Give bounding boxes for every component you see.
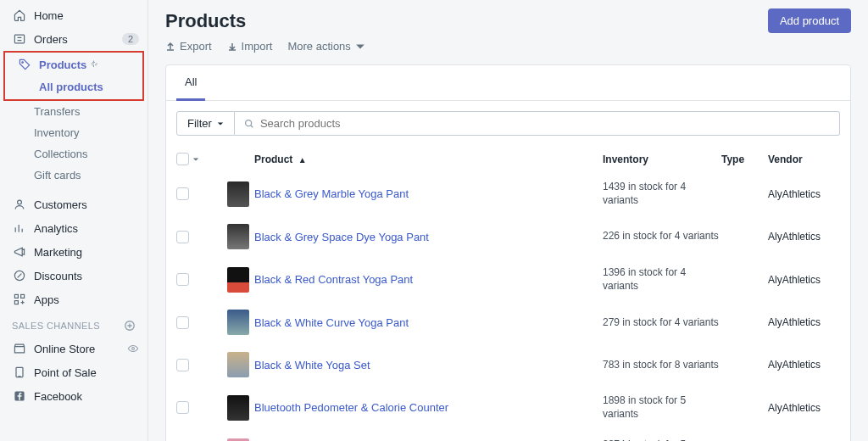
header-product-label: Product: [254, 154, 292, 165]
import-action[interactable]: Import: [227, 40, 273, 53]
chevron-down-icon: [355, 42, 365, 52]
nav-marketing-label: Marketing: [34, 246, 82, 259]
header-type[interactable]: Type: [721, 154, 768, 165]
table-row[interactable]: Black & Grey Marble Yoga Pant 1439 in st…: [166, 172, 850, 215]
nav-discounts-label: Discounts: [34, 270, 82, 282]
main-content: Products Add product Export Import More …: [148, 0, 868, 441]
store-icon: [12, 341, 27, 356]
nav-gift-cards[interactable]: Gift cards: [0, 165, 147, 186]
row-checkbox[interactable]: [176, 273, 189, 286]
tag-icon: [17, 57, 32, 72]
add-product-button[interactable]: Add product: [768, 8, 851, 33]
table-row[interactable]: Black & White Curve Yoga Pant 279 in sto…: [166, 301, 850, 343]
row-checkbox[interactable]: [176, 401, 189, 414]
products-highlight-box: Products All products: [3, 51, 144, 101]
table-row[interactable]: Bluetooth Smart Fitness Tracker Unavaila…: [166, 430, 850, 441]
table-row[interactable]: Black & White Yoga Set 783 in stock for …: [166, 343, 850, 386]
tab-all[interactable]: All: [176, 65, 205, 101]
filter-row: Filter: [166, 101, 850, 146]
nav-analytics-label: Analytics: [34, 222, 78, 235]
inventory-cell: 783 in stock for 8 variants: [603, 359, 721, 372]
nav-point-of-sale[interactable]: Point of Sale: [0, 360, 147, 384]
vendor-cell: AlyAthletics: [768, 188, 840, 200]
sort-asc-icon: ▲: [298, 155, 307, 165]
search-icon: [243, 118, 255, 130]
view-store-icon[interactable]: [127, 343, 139, 354]
more-actions[interactable]: More actions: [287, 40, 364, 53]
export-label: Export: [180, 40, 212, 53]
analytics-icon: [12, 220, 27, 236]
nav-home[interactable]: Home: [0, 3, 147, 27]
product-link[interactable]: Bluetooth Pedometer & Calorie Counter: [254, 401, 603, 414]
svg-point-2: [18, 200, 22, 204]
nav-customers-label: Customers: [34, 198, 87, 211]
import-label: Import: [242, 40, 273, 53]
inventory-cell: 2374 in stock for 5 variants: [603, 438, 721, 441]
table-row[interactable]: Bluetooth Pedometer & Calorie Counter 18…: [166, 386, 850, 429]
nav-apps[interactable]: Apps: [0, 287, 147, 311]
product-link[interactable]: Black & Red Contrast Yoga Pant: [254, 273, 603, 286]
sidebar: Home Orders 2 Products All products Tran…: [0, 0, 148, 441]
chevron-down-icon: [217, 120, 224, 127]
product-link[interactable]: Bluetooth Smart Fitness Tracker: [254, 438, 603, 441]
svg-rect-0: [14, 35, 24, 43]
nav-orders-label: Orders: [34, 33, 68, 46]
orders-icon: [12, 31, 27, 47]
table-row[interactable]: Black & Grey Space Dye Yoga Pant 226 in …: [166, 215, 850, 258]
chevron-down-icon[interactable]: [192, 156, 199, 163]
nav-facebook[interactable]: Facebook: [0, 384, 147, 408]
svg-point-8: [132, 348, 135, 350]
table-row[interactable]: Black & Red Contrast Yoga Pant 1396 in s…: [166, 258, 850, 301]
products-card: All Filter Product ▲ Inventory Typ: [165, 64, 851, 441]
row-checkbox[interactable]: [176, 359, 189, 371]
nav-products[interactable]: Products: [5, 53, 142, 76]
nav-home-label: Home: [34, 9, 64, 22]
product-link[interactable]: Black & Grey Marble Yoga Pant: [254, 187, 603, 200]
inventory-cell: 1898 in stock for 5 variants: [603, 394, 721, 421]
svg-rect-6: [14, 301, 18, 304]
header-vendor[interactable]: Vendor: [768, 154, 840, 165]
nav-inventory[interactable]: Inventory: [0, 122, 147, 143]
product-thumbnail: [227, 395, 249, 421]
nav-discounts[interactable]: Discounts: [0, 264, 147, 287]
cursor-icon: [90, 59, 100, 70]
svg-rect-5: [21, 294, 25, 298]
search-input[interactable]: [255, 112, 831, 135]
import-icon: [227, 42, 237, 52]
select-all-checkbox[interactable]: [176, 153, 189, 165]
nav-collections[interactable]: Collections: [0, 143, 147, 165]
product-thumbnail: [227, 267, 249, 293]
nav-facebook-label: Facebook: [34, 390, 82, 403]
filter-button[interactable]: Filter: [176, 111, 235, 136]
facebook-icon: [12, 388, 27, 404]
header-inventory[interactable]: Inventory: [603, 154, 721, 165]
vendor-cell: AlyAthletics: [768, 316, 840, 328]
add-channel-icon[interactable]: [124, 320, 136, 332]
product-thumbnail: [227, 352, 249, 377]
pos-icon: [12, 365, 27, 380]
svg-rect-4: [14, 294, 18, 298]
tabs: All: [166, 65, 850, 101]
product-link[interactable]: Black & White Curve Yoga Pant: [254, 316, 603, 329]
table-header: Product ▲ Inventory Type Vendor: [166, 146, 850, 172]
nav-transfers[interactable]: Transfers: [0, 101, 147, 122]
product-link[interactable]: Black & White Yoga Set: [254, 359, 603, 371]
row-checkbox[interactable]: [176, 231, 189, 243]
page-title: Products: [165, 10, 246, 32]
product-link[interactable]: Black & Grey Space Dye Yoga Pant: [254, 231, 603, 243]
svg-point-1: [22, 62, 24, 64]
nav-analytics[interactable]: Analytics: [0, 216, 147, 240]
nav-customers[interactable]: Customers: [0, 193, 147, 216]
row-checkbox[interactable]: [176, 187, 189, 200]
nav-apps-label: Apps: [34, 293, 59, 306]
nav-online-store[interactable]: Online Store: [0, 337, 147, 360]
nav-pos-label: Point of Sale: [34, 366, 97, 379]
nav-all-products[interactable]: All products: [5, 76, 142, 98]
nav-orders[interactable]: Orders 2: [0, 27, 147, 51]
product-thumbnail: [227, 181, 249, 207]
header-product[interactable]: Product ▲: [251, 154, 603, 165]
page-actions: Export Import More actions: [165, 36, 851, 64]
export-action[interactable]: Export: [165, 40, 212, 53]
row-checkbox[interactable]: [176, 316, 189, 329]
nav-marketing[interactable]: Marketing: [0, 240, 147, 264]
